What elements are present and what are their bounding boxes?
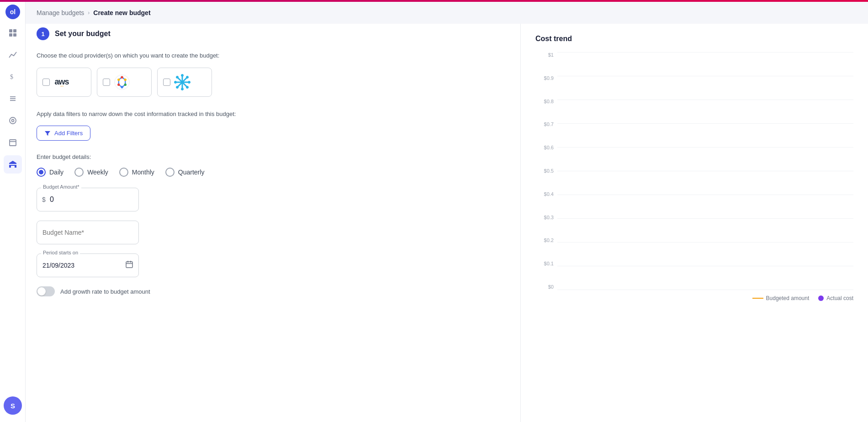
radio-label-monthly: Monthly <box>132 169 154 176</box>
grid-line-06 <box>557 147 853 148</box>
legend-actual: Actual cost <box>818 295 853 301</box>
svg-point-26 <box>175 81 177 83</box>
legend-budgeted: Budgeted amount <box>752 295 810 301</box>
sidebar-item-costs[interactable]: $ <box>4 68 22 86</box>
breadcrumb: Manage budgets › Create new budget <box>26 2 868 24</box>
breadcrumb-parent[interactable]: Manage budgets <box>37 9 84 16</box>
legend-actual-label: Actual cost <box>826 295 853 301</box>
toggle-label: Add growth rate to budget amount <box>60 288 150 295</box>
budget-name-wrapper <box>37 221 506 244</box>
provider-checkbox-gcp[interactable] <box>103 79 110 86</box>
period-radio-group: Daily Weekly Monthly Quarterly <box>37 168 506 177</box>
cost-trend-title: Cost trend <box>535 35 853 43</box>
y-label-08: $0.8 <box>544 99 554 104</box>
y-label-1: $1 <box>548 52 554 58</box>
y-axis: $1 $0.9 $0.8 $0.7 $0.6 $0.5 $0.4 $0.3 $0… <box>535 52 557 290</box>
budget-name-input[interactable] <box>37 221 139 244</box>
radio-outer-daily <box>37 168 46 177</box>
sidebar-item-dashboard[interactable] <box>4 24 22 42</box>
budget-amount-input[interactable] <box>37 188 139 211</box>
budget-amount-label: Budget Amount* <box>41 184 81 190</box>
breadcrumb-current: Create new budget <box>93 9 150 16</box>
svg-point-16 <box>124 83 127 85</box>
app-logo: ol <box>5 5 20 19</box>
svg-rect-2 <box>9 33 12 37</box>
radio-daily[interactable]: Daily <box>37 168 64 177</box>
y-label-0: $0 <box>548 284 554 290</box>
budget-details-label: Enter budget details: <box>37 153 506 160</box>
svg-rect-3 <box>13 33 16 37</box>
radio-inner-daily <box>39 170 43 174</box>
svg-point-15 <box>124 78 127 80</box>
svg-point-17 <box>121 86 123 88</box>
radio-quarterly[interactable]: Quarterly <box>165 168 205 177</box>
gcp-logo <box>114 74 130 90</box>
provider-card-snowflake[interactable] <box>157 68 212 97</box>
svg-rect-10 <box>10 140 16 146</box>
filter-section: Apply data filters to narrow down the co… <box>37 110 506 141</box>
grid-line-08 <box>557 100 853 100</box>
svg-point-27 <box>188 81 191 83</box>
breadcrumb-arrow: › <box>88 10 90 16</box>
y-label-02: $0.2 <box>544 237 554 243</box>
grid-line-0 <box>557 290 853 290</box>
radio-weekly[interactable]: Weekly <box>74 168 108 177</box>
snowflake-logo <box>174 74 191 90</box>
provider-card-gcp[interactable] <box>97 68 152 97</box>
provider-card-aws[interactable]: aws <box>37 68 91 97</box>
step-title: Set your budget <box>55 30 111 38</box>
radio-outer-weekly <box>74 168 84 177</box>
y-label-09: $0.9 <box>544 75 554 81</box>
provider-checkbox-snowflake[interactable] <box>163 79 170 86</box>
chart-legend: Budgeted amount Actual cost <box>535 295 853 301</box>
legend-budgeted-line <box>752 298 763 299</box>
radio-label-weekly: Weekly <box>87 169 108 176</box>
provider-checkbox-aws[interactable] <box>42 79 50 86</box>
svg-point-9 <box>11 120 14 122</box>
provider-cards: aws <box>37 68 506 97</box>
svg-rect-0 <box>9 29 12 32</box>
period-input[interactable] <box>37 253 139 277</box>
svg-point-18 <box>117 83 120 85</box>
y-label-05: $0.5 <box>544 168 554 174</box>
chart-area: $1 $0.9 $0.8 $0.7 $0.6 $0.5 $0.4 $0.3 $0… <box>535 52 853 290</box>
legend-actual-dot <box>818 295 824 301</box>
radio-outer-monthly <box>119 168 128 177</box>
sidebar-item-analytics[interactable] <box>4 46 22 64</box>
grid-line-1 <box>557 52 853 53</box>
user-avatar[interactable]: S <box>4 396 22 415</box>
svg-text:$: $ <box>10 74 13 80</box>
svg-point-8 <box>10 117 16 124</box>
svg-point-29 <box>186 86 189 88</box>
sidebar-item-budgets[interactable] <box>4 155 22 174</box>
legend-budgeted-label: Budgeted amount <box>766 295 810 301</box>
svg-point-19 <box>117 78 120 80</box>
radio-monthly[interactable]: Monthly <box>119 168 154 177</box>
sidebar-item-reports[interactable] <box>4 90 22 108</box>
calendar-icon[interactable] <box>125 260 133 270</box>
content-area: 1 Set your budget Choose the cloud provi… <box>26 24 868 422</box>
main-wrapper: Manage budgets › Create new budget 1 Set… <box>26 0 868 422</box>
period-wrapper: Period starts on <box>37 253 139 277</box>
provider-label: Choose the cloud provider(s) on which yo… <box>37 51 506 60</box>
growth-rate-toggle[interactable] <box>37 286 55 296</box>
toggle-row: Add growth rate to budget amount <box>37 286 506 296</box>
filter-label: Apply data filters to narrow down the co… <box>37 110 506 119</box>
aws-logo: aws <box>53 78 70 87</box>
sidebar: ol $ S <box>0 0 26 422</box>
sidebar-item-billing[interactable] <box>4 133 22 152</box>
period-label: Period starts on <box>41 250 80 255</box>
y-label-01: $0.1 <box>544 261 554 266</box>
svg-point-30 <box>186 76 189 78</box>
chart-grid <box>557 52 853 290</box>
add-filters-button[interactable]: Add Filters <box>37 126 90 141</box>
svg-point-14 <box>121 76 123 78</box>
sidebar-item-optimization[interactable] <box>4 111 22 130</box>
svg-point-24 <box>181 74 184 76</box>
grid-line-07 <box>557 123 853 124</box>
radio-outer-quarterly <box>165 168 175 177</box>
currency-prefix: $ <box>42 196 46 203</box>
y-label-06: $0.6 <box>544 145 554 150</box>
filter-icon <box>44 130 51 137</box>
svg-rect-1 <box>13 29 16 32</box>
